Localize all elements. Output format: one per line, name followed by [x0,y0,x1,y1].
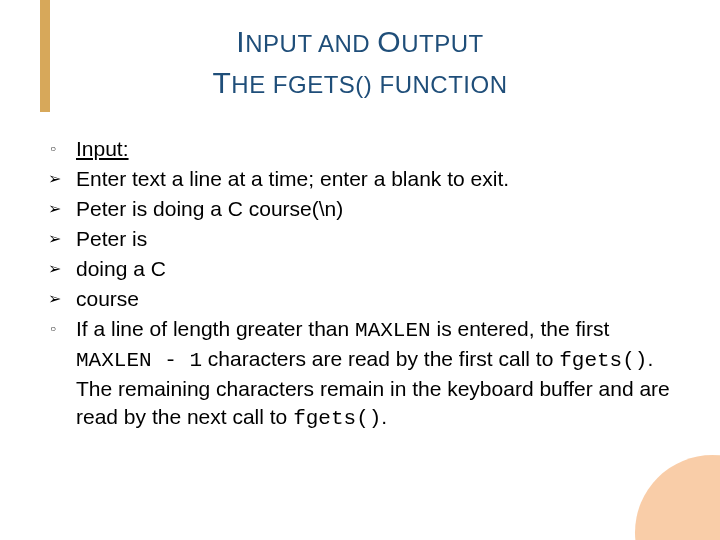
list-item-text: Input: [76,135,129,163]
title-text: NPUT AND [245,30,377,57]
list-item: ➢doing a C [48,255,672,283]
code-text: MAXLEN [355,319,431,342]
title-cap: O [377,25,401,58]
header-area: INPUT AND OUTPUT THE FGETS() FUNCTION [0,0,720,112]
body-text: . [381,405,387,428]
body-text: Peter is [76,227,147,250]
body-text: If a line of length greater than [76,317,355,340]
slide-body: ○Input:➢Enter text a line at a time; ent… [48,135,672,435]
title-text: FUNCTION [372,71,507,98]
title-text: HE FGETS [231,71,355,98]
list-item-text: Peter is doing a C course(\n) [76,195,343,223]
title-text: UTPUT [401,30,484,57]
list-item: ➢course [48,285,672,313]
slide-title: INPUT AND OUTPUT THE FGETS() FUNCTION [0,22,720,103]
list-item-text: course [76,285,139,313]
code-text: fgets() [293,407,381,430]
list-item-text: Enter text a line at a time; enter a bla… [76,165,509,193]
title-cap: I [236,25,245,58]
arrow-bullet-icon: ➢ [48,165,76,193]
list-item: ➢Peter is doing a C course(\n) [48,195,672,223]
title-line-1: INPUT AND OUTPUT [0,22,720,63]
decorative-circle [635,455,720,540]
title-cap: T [213,66,232,99]
circle-bullet-icon: ○ [48,135,76,163]
arrow-bullet-icon: ➢ [48,225,76,253]
list-item-text: If a line of length greater than MAXLEN … [76,315,672,433]
arrow-bullet-icon: ➢ [48,255,76,283]
body-text: course [76,287,139,310]
body-text: characters are read by the first call to [202,347,559,370]
circle-bullet-icon: ○ [48,315,76,343]
code-text: MAXLEN - 1 [76,349,202,372]
body-text: Peter is doing a C course(\n) [76,197,343,220]
list-item: ○Input: [48,135,672,163]
body-text: doing a C [76,257,166,280]
body-text: is entered, the first [431,317,610,340]
body-text: Enter text a line at a time; enter a bla… [76,167,509,190]
code-text: fgets() [559,349,647,372]
list-item: ➢Enter text a line at a time; enter a bl… [48,165,672,193]
list-item-text: doing a C [76,255,166,283]
list-item: ➢Peter is [48,225,672,253]
body-text: Input: [76,137,129,160]
list-item-text: Peter is [76,225,147,253]
title-line-2: THE FGETS() FUNCTION [0,63,720,104]
list-item: ○If a line of length greater than MAXLEN… [48,315,672,433]
arrow-bullet-icon: ➢ [48,195,76,223]
title-paren: () [355,71,372,98]
arrow-bullet-icon: ➢ [48,285,76,313]
